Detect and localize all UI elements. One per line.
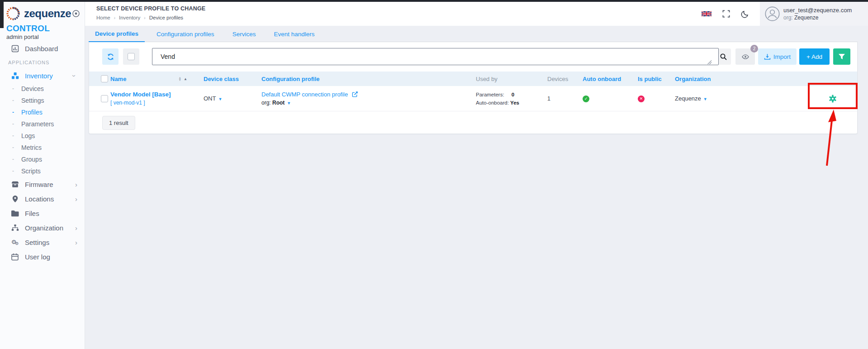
tab-configuration-profiles[interactable]: Configuration profiles — [150, 27, 221, 42]
sidebar-nav: Dashboard APPLICATIONS Inventory › -Devi… — [0, 41, 85, 264]
import-label: Import — [773, 53, 791, 60]
sidebar-item-locations[interactable]: Locations › — [0, 191, 85, 206]
sidebar-item-files[interactable]: Files — [0, 206, 85, 220]
tab-device-profiles[interactable]: Device profiles — [89, 27, 145, 42]
search-input-wrap — [146, 48, 712, 65]
column-header-device-class[interactable]: Device class — [200, 76, 258, 82]
dash-icon: - — [12, 133, 17, 139]
search-input[interactable] — [152, 48, 719, 65]
sidebar-item-label: Firmware — [25, 181, 53, 188]
sidebar-subitem-label: Parameters — [21, 120, 54, 128]
row-checkbox[interactable] — [101, 95, 108, 102]
row-checkbox-cell — [89, 95, 110, 102]
org-value: Root — [272, 100, 285, 106]
organization-value: Zequenze — [675, 95, 701, 102]
screenshot-top-edge — [0, 0, 868, 2]
configuration-profile-cell: Default CWMP connection profile org: Roo… — [258, 91, 472, 106]
tab-bar: Device profiles Configuration profiles S… — [89, 27, 858, 42]
column-header-configuration-profile[interactable]: Configuration profile — [258, 76, 472, 82]
select-all-wrap — [123, 48, 139, 65]
topbar: SELECT DEVICE PROFILE TO CHANGE Home › I… — [85, 2, 868, 26]
dropdown-triangle-icon[interactable]: ▼ — [218, 97, 222, 101]
sidebar-subitem-label: Groups — [21, 156, 42, 163]
map-pin-icon — [11, 195, 19, 203]
sidebar-subitem-devices[interactable]: -Devices — [0, 83, 85, 95]
edit-square-icon[interactable] — [352, 91, 358, 97]
profile-code-link[interactable]: [ ven-mod-v1 ] — [110, 100, 200, 106]
dash-icon: - — [12, 97, 17, 104]
x-circle-icon: ✕ — [638, 96, 645, 102]
sidebar-item-inventory[interactable]: Inventory › — [0, 68, 85, 83]
sidebar-subitem-profiles[interactable]: -Profiles — [0, 106, 85, 118]
column-header-used-by: Used by — [472, 76, 544, 82]
import-button[interactable]: Import — [758, 48, 797, 65]
column-header-organization[interactable]: Organization — [671, 76, 804, 82]
sidebar-item-label: Inventory — [25, 72, 53, 80]
parameters-value: 0 — [512, 92, 514, 97]
sidebar-item-firmware[interactable]: Firmware › — [0, 177, 85, 191]
sidebar-item-organization[interactable]: Organization › — [0, 220, 85, 235]
topbar-right: user_test@zequenze.com org: Zequenze — [702, 2, 868, 26]
parameters-line: Parameters: 0 — [476, 91, 544, 99]
column-header-auto-onboard[interactable]: Auto onboard — [579, 76, 634, 82]
sidebar-subitem-groups[interactable]: -Groups — [0, 153, 85, 165]
sidebar-item-dashboard[interactable]: Dashboard — [0, 41, 85, 56]
config-profile-line: Default CWMP connection profile — [261, 91, 472, 98]
dropdown-triangle-icon[interactable]: ▼ — [703, 97, 707, 101]
tab-event-handlers[interactable]: Event handlers — [267, 27, 321, 42]
user-info: user_test@zequenze.com org: Zequenze — [783, 7, 852, 21]
dark-mode-moon-icon[interactable] — [741, 10, 749, 18]
dash-icon: - — [12, 156, 17, 163]
column-header-is-public[interactable]: Is public — [634, 76, 671, 82]
breadcrumb-inventory[interactable]: Inventory — [119, 15, 140, 20]
add-button[interactable]: + Add — [799, 48, 830, 65]
config-profile-link[interactable]: Default CWMP connection profile — [261, 91, 348, 98]
sidebar-item-settings[interactable]: ⚙⚙ Settings › — [0, 235, 85, 249]
sidebar-subitem-logs[interactable]: -Logs — [0, 130, 85, 142]
sidebar-subitem-scripts[interactable]: -Scripts — [0, 165, 85, 177]
organization-cell: Zequenze▼ — [671, 95, 804, 102]
sidebar-subitem-metrics[interactable]: -Metrics — [0, 142, 85, 153]
filter-button[interactable] — [833, 48, 850, 65]
table-row: Vendor Model [Base] [ ven-mod-v1 ] ONT▼ … — [89, 86, 857, 111]
refresh-button[interactable] — [102, 48, 119, 65]
select-all-checkbox[interactable] — [128, 53, 135, 60]
brand-title: CONTROL — [6, 24, 85, 33]
tab-services[interactable]: Services — [226, 27, 262, 42]
boxes-icon — [11, 72, 19, 80]
sidebar-collapse-icon[interactable] — [72, 10, 80, 18]
dropdown-triangle-icon[interactable]: ▼ — [287, 101, 291, 105]
sidebar-item-label: Organization — [25, 224, 63, 232]
logo-wordmark: zequenze — [24, 7, 71, 20]
refresh-icon — [107, 53, 114, 61]
sidebar-subitem-parameters[interactable]: -Parameters — [0, 118, 85, 130]
column-header-devices: Devices — [544, 76, 579, 82]
settings-gear-icon[interactable] — [829, 95, 837, 103]
header-checkbox[interactable] — [101, 75, 108, 82]
user-menu[interactable]: user_test@zequenze.com org: Zequenze — [760, 2, 868, 26]
zequenze-logo-icon — [6, 6, 20, 21]
sidebar-section-label: APPLICATIONS — [0, 60, 85, 65]
fullscreen-icon[interactable] — [722, 10, 730, 18]
brand-subtitle: admin portal — [6, 33, 85, 40]
auto-onboard-label: Auto-onboard: — [476, 100, 509, 105]
sidebar-subitem-settings[interactable]: -Settings — [0, 95, 85, 106]
visibility-button[interactable]: 2 — [735, 48, 755, 65]
language-flag-icon[interactable] — [702, 10, 711, 17]
breadcrumb-home[interactable]: Home — [96, 15, 110, 20]
page-title: SELECT DEVICE PROFILE TO CHANGE — [96, 5, 205, 12]
parameters-label: Parameters: — [476, 92, 504, 97]
profile-name-link[interactable]: Vendor Model [Base] — [110, 91, 200, 98]
sort-asc-icon: ▲ — [184, 77, 187, 81]
dash-icon: - — [12, 109, 17, 115]
sort-controls[interactable]: ▲▼ ▲ — [178, 76, 187, 81]
devices-count-cell: 1 — [544, 96, 579, 102]
sidebar-item-userlog[interactable]: User log — [0, 249, 85, 264]
check-circle-icon: ✓ — [583, 96, 589, 102]
sidebar-item-label: User log — [25, 253, 50, 261]
visibility-count-badge: 2 — [750, 45, 758, 53]
sidebar-item-label: Files — [25, 210, 39, 217]
is-public-cell: ✕ — [634, 95, 671, 102]
column-header-name[interactable]: Name ▲▼ ▲ — [110, 76, 200, 82]
archive-box-icon — [11, 181, 19, 188]
